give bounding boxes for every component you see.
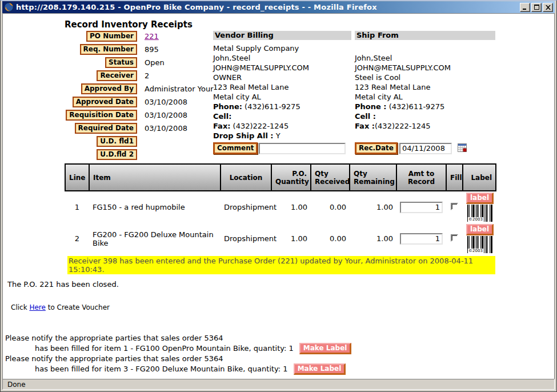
field-approved-date: Approved Date 03/10/2008 [63,95,214,109]
ship-fax: Fax :(432)222-1245 [355,121,495,131]
col-header-qty-received: Qty Received [311,164,350,191]
vendor-billing-section: Vendor Billing Metal Supply Company John… [213,31,351,154]
req-number-button[interactable]: Req. Number [80,44,137,55]
comment-input[interactable] [259,143,346,154]
vendor-title: OWNER [213,73,351,82]
ship-address1: 123 Real Metal Lane [355,82,495,92]
window-title: http://208.179.140.215 - OpenPro Bike Co… [16,3,519,11]
ship-email: JOHN@METALSUPPLY.COM [355,63,495,73]
vendor-company: Metal Supply Company [213,43,351,53]
field-ud-fld1: U.D. fld1 [63,135,214,148]
vendor-email: JOHN@METALSUPPLY.COM [213,63,351,73]
row-line-number: 2 [65,223,89,254]
row-location: Dropshipment [221,191,271,223]
row-item: FG200 - FG200 Deluxe Mountain Bike [89,223,221,254]
approved-date-button[interactable]: Approved Date [73,97,137,107]
rec-date-button[interactable]: Rec.Date [355,142,398,154]
vendor-phone: Phone: (432)611-9275 [213,102,351,111]
status-bar: Done [2,379,555,390]
notify-detail-line: has been filled for item 1 - FG100 OpenP… [5,343,351,354]
create-voucher-link[interactable]: Here [29,303,45,311]
table-row: 2 FG200 - FG200 Deluxe Mountain Bike Dro… [65,223,496,254]
ship-from-header: Ship From [355,31,495,40]
field-req-number: Req. Number 895 [63,43,214,56]
row-po-quantity: 1.00 [271,223,311,254]
vendor-address1: 123 Real Metal Lane [213,82,351,92]
page-content: Record Inventory Receipts PO Number 221 … [2,13,555,379]
firefox-icon [4,2,14,12]
maximize-button[interactable] [531,3,542,12]
field-requisition-date: Requisition Date 03/10/2008 [63,109,214,122]
ud-fld1-button[interactable]: U.D. fld1 [97,136,137,147]
status-button[interactable]: Status [105,57,137,68]
table-header-row: Line Item Location P.O. Quantity Qty Rec… [65,164,496,191]
requisition-date-button[interactable]: Requisition Date [66,110,137,121]
col-header-line: Line [65,164,89,191]
label-button[interactable]: label [466,224,494,235]
calendar-icon[interactable] [458,143,467,154]
row-qty-received: 0.00 [311,223,350,254]
fill-checkbox[interactable] [451,203,458,210]
comment-button[interactable]: Comment [213,142,258,154]
row-location: Dropshipment [221,223,271,254]
browser-window: http://208.179.140.215 - OpenPro Bike Co… [0,0,557,392]
row-item: FG150 - a red hupmobile [89,191,221,223]
notify-line: Please notify the appropriate parties th… [5,354,351,364]
field-receiver: Receiver 2 [63,69,214,82]
po-fields: PO Number 221 Req. Number 895 Status Ope… [63,30,214,161]
col-header-location: Location [221,164,271,191]
vendor-billing-header: Vendor Billing [213,31,351,40]
close-button[interactable] [543,3,553,12]
approved-by-button[interactable]: Approved By [81,83,137,94]
ship-blank-line2 [355,131,495,141]
field-approved-by: Approved By Administrator Your [63,82,214,95]
ud-fld2-button[interactable]: U.D.fld 2 [97,149,137,160]
required-date-value: 03/10/2008 [145,124,187,133]
make-label-button[interactable]: Make Label [299,343,352,354]
po-number-link[interactable]: 221 [145,32,159,41]
page-title: Record Inventory Receipts [65,19,193,30]
notify-line: Please notify the appropriate parties th… [5,333,351,343]
receipt-items-table: Line Item Location P.O. Quantity Qty Rec… [65,163,496,254]
col-header-fill: Fill [446,164,463,191]
row-line-number: 1 [65,191,89,223]
field-ud-fld2: U.D.fld 2 [63,148,214,161]
notify-detail-line: has been filled for item 3 - FG200 Delux… [5,364,351,374]
minimize-button[interactable] [520,3,530,12]
row-qty-received: 0.00 [311,191,350,223]
required-date-button[interactable]: Required Date [75,123,137,134]
col-header-item: Item [89,164,221,191]
vendor-contact: John,Steel [213,53,351,63]
col-header-po-quantity: P.O. Quantity [271,164,311,191]
window-titlebar: http://208.179.140.215 - OpenPro Bike Co… [2,1,555,13]
make-label-button[interactable]: Make Label [294,363,346,375]
req-number-value: 895 [145,45,159,54]
ship-blank-line [355,43,495,53]
col-header-amt-to-record: Amt to Record [396,164,446,191]
row-qty-remaining: 1.00 [350,223,396,254]
ship-company2: Steel is Cool [355,73,495,82]
status-value: Open [145,58,165,67]
approved-date-value: 03/10/2008 [145,98,187,106]
rec-date-input[interactable] [399,143,452,154]
ship-contact: John,Steel [355,53,495,63]
barcode-image: ©2003 [467,236,492,253]
table-row: 1 FG150 - a red hupmobile Dropshipment 1… [65,191,496,223]
col-header-label: Label [463,164,496,191]
status-text: Done [7,381,26,389]
label-button[interactable]: label [466,193,494,204]
approved-by-value: Administrator Your [145,85,214,93]
receiver-value: 2 [145,71,149,80]
po-number-button[interactable]: PO Number [86,31,137,42]
ship-from-section: Ship From John,Steel JOHN@METALSUPPLY.CO… [355,31,495,154]
vendor-dropship: Drop Ship All : Y [213,131,351,141]
fill-checkbox[interactable] [451,234,458,242]
row-qty-remaining: 1.00 [350,191,396,223]
ship-address2: Metal city AL [355,92,495,102]
amt-to-record-input[interactable] [400,233,443,245]
ship-cell: Cell : [355,111,495,121]
amt-to-record-input[interactable] [400,202,443,213]
receiver-notice-banner: Receiver 398 has been entered and the Pu… [67,256,495,274]
field-status: Status Open [63,56,214,69]
receiver-button[interactable]: Receiver [97,70,137,81]
